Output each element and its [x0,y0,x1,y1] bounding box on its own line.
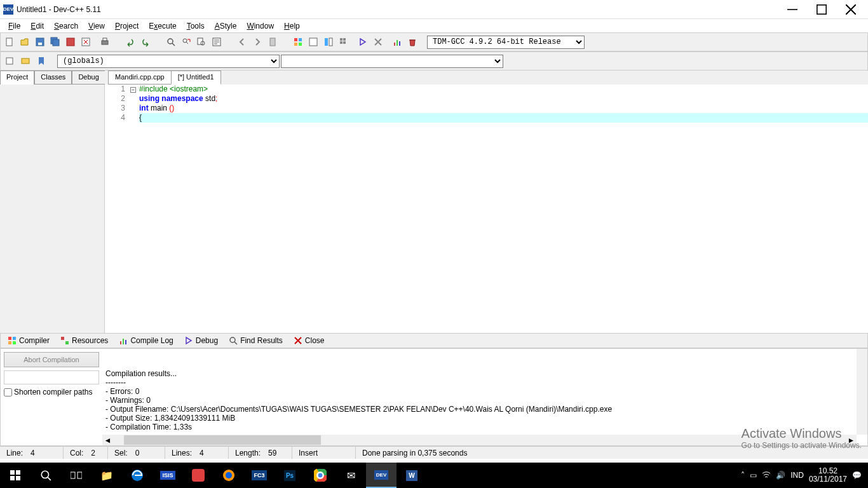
wifi-icon[interactable] [762,470,771,481]
menu-execute[interactable]: Execute [144,20,181,32]
menu-file[interactable]: File [3,20,25,32]
menu-help[interactable]: Help [279,20,305,32]
code-editor[interactable]: 1234 − #include <iostream>using namespac… [105,85,868,333]
redo-icon[interactable] [138,35,153,50]
minimize-button[interactable] [778,1,806,18]
app-isis-icon[interactable]: ISIS [153,463,183,488]
vertical-scrollbar[interactable] [857,349,867,435]
print-icon[interactable] [97,35,112,50]
member-select[interactable] [281,55,503,68]
compile-icon[interactable] [290,35,305,50]
mail-icon[interactable]: ✉ [336,463,366,488]
menu-edit[interactable]: Edit [25,20,49,32]
editor-area: Mandiri.cpp.cpp [*] Untitled1 1234 − #in… [105,71,868,333]
svg-rect-24 [343,38,346,41]
compiler-select[interactable]: TDM-GCC 4.9.2 64-bit Release [427,36,585,49]
task-view-icon[interactable] [61,463,92,488]
forward-icon[interactable] [250,35,264,50]
photoshop-icon[interactable]: Ps [275,463,305,488]
replace-icon[interactable] [179,35,193,50]
tray-clock[interactable]: 10.52 03/11/2017 [809,467,847,484]
menu-view[interactable]: View [83,20,110,32]
tab-debug[interactable]: Debug [179,334,222,348]
status-length-value: 59 [268,449,276,458]
bookmark-icon[interactable] [265,35,280,50]
new-file-icon[interactable] [2,35,17,50]
close-button[interactable] [836,1,865,18]
notifications-icon[interactable]: 💬 [852,471,862,480]
edge-icon[interactable] [122,463,153,488]
battery-icon[interactable]: ▭ [750,471,757,480]
svg-point-51 [226,472,232,478]
tab-resources[interactable]: Resources [55,334,112,348]
trash-icon[interactable] [405,35,419,50]
status-mode: Insert [299,449,318,458]
find-icon[interactable] [163,35,178,50]
svg-rect-20 [309,38,317,46]
svg-rect-40 [125,340,126,344]
undo-icon[interactable] [123,35,137,50]
scope-select[interactable]: (globals) [57,55,280,68]
word-icon[interactable]: W [397,463,427,488]
code-content[interactable]: #include <iostream>using namespace std;i… [139,85,868,333]
app-red-icon[interactable] [183,463,214,488]
sidebar-tab-debug[interactable]: Debug [72,71,105,85]
firefox-icon[interactable] [214,463,244,488]
svg-rect-17 [299,38,302,41]
app-fc3-icon[interactable]: FC3 [244,463,275,488]
open-icon[interactable] [17,35,32,50]
tab-find-results[interactable]: Find Results [224,334,287,348]
goto-line-icon[interactable] [209,35,224,50]
maximize-button[interactable] [807,1,836,18]
explorer-icon[interactable]: 📁 [92,463,122,488]
rebuild-icon[interactable] [336,35,351,50]
svg-rect-26 [343,41,346,44]
sidebar-tab-classes[interactable]: Classes [34,71,72,85]
chrome-icon[interactable] [305,463,336,488]
sidebar-tab-project[interactable]: Project [0,71,34,85]
status-col-label: Col: [70,449,83,458]
log-text: Compilation results... -------- - Errors… [105,369,864,431]
windows-taskbar[interactable]: 📁 ISIS FC3 Ps ✉ DEV W ˄ ▭ 🔊 IND 10.52 03… [0,463,868,488]
abort-compilation-button: Abort Compilation [4,352,99,367]
save-all-icon[interactable] [48,35,62,50]
debug-start-icon[interactable] [355,35,370,50]
menu-search[interactable]: Search [49,20,83,32]
fold-gutter[interactable]: − [130,85,139,333]
menu-astyle[interactable]: AStyle [210,20,242,32]
watermark-subtitle: Go to Settings to activate Windows. [742,441,862,450]
editor-tab-active[interactable]: [*] Untitled1 [171,71,221,85]
back-icon[interactable] [234,35,249,50]
devcpp-taskbar-icon[interactable]: DEV [366,463,397,488]
system-tray[interactable]: ˄ ▭ 🔊 IND 10.52 03/11/2017 💬 [741,467,868,484]
bookmark2-icon[interactable] [34,54,48,69]
volume-icon[interactable]: 🔊 [776,471,785,480]
profile-icon[interactable] [390,35,404,50]
tab-compile-log[interactable]: Compile Log [114,334,177,348]
close-file-icon[interactable] [78,35,93,50]
editor-tab[interactable]: Mandiri.cpp.cpp [108,71,172,85]
status-sel-label: Sel: [114,449,128,458]
shorten-paths-checkbox[interactable]: Shorten compiler paths [4,388,99,396]
find-in-files-icon[interactable] [194,35,208,50]
tray-date: 03/11/2017 [809,475,847,484]
language-indicator[interactable]: IND [790,471,804,480]
shorten-checkbox-input[interactable] [4,388,12,396]
menu-project[interactable]: Project [110,20,144,32]
debug-stop-icon[interactable] [370,35,385,50]
menu-window[interactable]: Window [241,20,279,32]
watermark-title: Activate Windows [742,426,862,441]
tab-close[interactable]: Close [288,334,329,348]
save-as-icon[interactable] [63,35,78,50]
tab-compiler[interactable]: Compiler [3,334,54,348]
new-class-icon[interactable] [2,54,17,69]
save-icon[interactable] [32,35,47,50]
search-icon[interactable] [31,463,61,488]
insert-icon[interactable] [18,54,32,69]
start-button[interactable] [0,463,31,488]
run-icon[interactable] [306,35,320,50]
tray-chevron-icon[interactable]: ˄ [741,471,745,480]
svg-rect-1 [6,38,12,46]
menu-tools[interactable]: Tools [182,20,210,32]
compile-run-icon[interactable] [321,35,336,50]
